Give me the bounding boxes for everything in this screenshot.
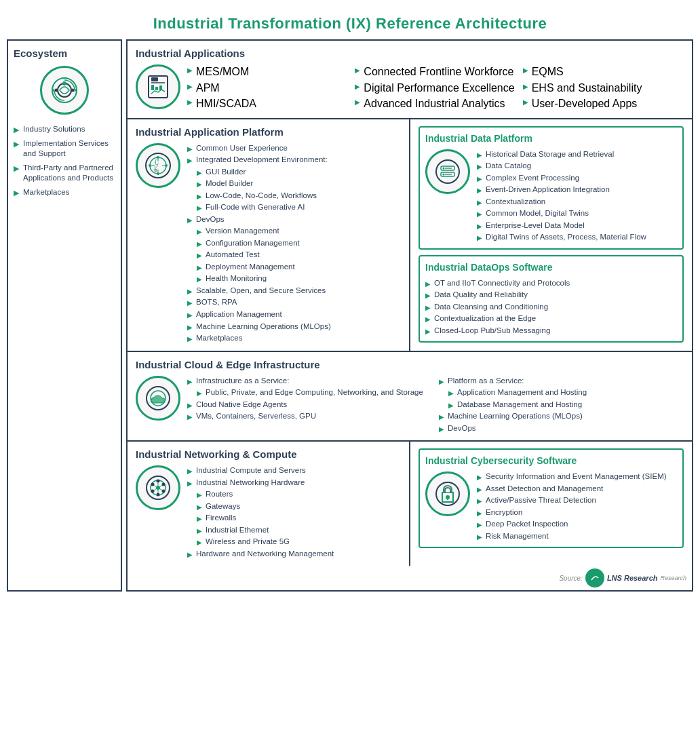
idos-box: Industrial DataOps Software ▶OT and IIoT…	[419, 255, 684, 343]
lns-circle-icon	[585, 568, 604, 587]
list-item: ▶Database Management and Hosting	[448, 400, 684, 410]
svg-point-20	[157, 172, 159, 175]
iap-list: ▶Common User Experience ▶Integrated Deve…	[187, 143, 401, 344]
list-item: ▶Version Management	[197, 226, 401, 237]
list-item: ▶Application Management and Hosting	[448, 387, 684, 398]
sidebar: Ecosystem	[7, 39, 122, 592]
source-label: Source:	[559, 575, 582, 582]
arrow-icon: ▶	[14, 188, 19, 197]
list-item: ▶MES/MOM	[187, 64, 348, 79]
svg-point-44	[151, 483, 155, 486]
sidebar-title: Ecosystem	[14, 47, 115, 59]
inc-title: Industrial Networking & Compute	[136, 448, 401, 460]
list-item: ▶Low-Code, No-Code, Workflows	[197, 191, 401, 201]
lns-logo: Source: LNS Research Research	[559, 568, 686, 587]
svg-rect-11	[155, 87, 158, 90]
svg-text:⚙: ⚙	[154, 168, 157, 172]
svg-point-4	[71, 89, 75, 92]
list-item: ▶Scalable, Open, and Secure Services	[187, 286, 401, 296]
ia-icon	[136, 64, 180, 109]
ice-list-right: ▶Platform as a Service: ▶Application Man…	[439, 376, 684, 434]
list-item: ▶Digital Twins of Assets, Process, Mater…	[477, 232, 677, 243]
industrial-applications-section: Industrial Applications	[128, 41, 692, 119]
sidebar-item-marketplaces: ▶ Marketplaces	[14, 187, 115, 197]
list-item: ▶Infrastructure as a Service:	[187, 376, 432, 387]
list-item: ▶Wireless and Private 5G	[197, 537, 401, 547]
idp-section: Industrial Data Platform	[410, 119, 692, 351]
iap-body: { } / ⚙	[136, 143, 401, 344]
idos-list: ▶OT and IIoT Connectivity and Protocols …	[425, 278, 677, 336]
list-item: ▶Cloud Native Edge Agents	[187, 400, 432, 410]
iap-title: Industrial Application Platform	[136, 126, 401, 138]
svg-point-41	[162, 490, 166, 493]
list-item: ▶Event-Driven Application Integration	[477, 185, 677, 195]
sidebar-icon-area	[14, 66, 115, 115]
list-item: ▶Marketplaces	[187, 333, 401, 344]
svg-point-21	[149, 164, 151, 167]
ice-body: ▶Infrastructure as a Service: ▶Public, P…	[136, 376, 684, 434]
list-item: ▶GUI Builder	[197, 167, 401, 178]
ia-title: Industrial Applications	[136, 47, 684, 59]
svg-point-27	[436, 160, 459, 183]
main-content: Industrial Applications	[126, 39, 693, 592]
inc-ics-split: Industrial Networking & Compute	[128, 442, 692, 566]
iap-idp-split: Industrial Application Platform { } /	[128, 119, 692, 352]
list-item: ▶Hardware and Networking Management	[187, 549, 401, 560]
list-item: ▶VMs, Containers, Serverless, GPU	[187, 411, 432, 422]
list-item: ▶Configuration Management	[197, 238, 401, 249]
svg-line-47	[160, 486, 162, 487]
list-item: ▶APM	[187, 81, 348, 96]
svg-line-49	[155, 486, 157, 487]
ia-col2: ▶Connected Frontline Workforce ▶Digital …	[355, 64, 516, 111]
list-item: ▶Common Model, Digital Twins	[477, 208, 677, 219]
sidebar-item-thirdparty: ▶ Third-Party and Partnered Applications…	[14, 163, 115, 183]
ecosystem-icon	[40, 66, 89, 115]
list-item: ▶DevOps	[187, 214, 401, 225]
ics-title: Industrial Cybersecurity Software	[425, 455, 677, 466]
list-item: ▶Model Builder	[197, 178, 401, 189]
list-item: ▶Machine Learning Operations (MLOps)	[439, 411, 684, 422]
list-item: ▶Platform as a Service:	[439, 376, 684, 387]
inc-list: ▶Industrial Compute and Servers ▶Industr…	[187, 465, 401, 559]
list-item: ▶HMI/SCADA	[187, 96, 348, 111]
ics-box: Industrial Cybersecurity Software	[419, 448, 684, 548]
list-item: ▶Firewalls	[197, 513, 401, 524]
list-item: ▶Routers	[197, 489, 401, 500]
page-title: Industrial Transformation (IX) Reference…	[7, 7, 693, 39]
list-item: ▶Risk Management	[477, 531, 677, 542]
list-item: ▶Automated Test	[197, 250, 401, 260]
inc-section: Industrial Networking & Compute	[128, 442, 410, 566]
list-item: ▶Complex Event Processing	[477, 173, 677, 184]
ice-section: Industrial Cloud & Edge Infrastructure ▶…	[128, 352, 692, 442]
list-item: ▶Deep Packet Inspection	[477, 519, 677, 530]
ics-list: ▶Security Information and Event Manageme…	[477, 471, 677, 541]
idos-title: Industrial DataOps Software	[425, 262, 677, 273]
list-item: ▶Closed-Loop Pub/Sub Messaging	[425, 326, 677, 336]
list-item: ▶BOTS, RPA	[187, 297, 401, 308]
svg-point-2	[62, 81, 66, 85]
list-item: ▶OT and IIoT Connectivity and Protocols	[425, 278, 677, 289]
idp-body: ▶Historical Data Storage and Retrieval ▶…	[425, 149, 677, 243]
list-item: ▶Deployment Management	[197, 262, 401, 273]
ice-list: ▶Infrastructure as a Service: ▶Public, P…	[187, 376, 432, 422]
list-item: ▶Asset Detection and Management	[477, 484, 677, 495]
iap-icon: { } / ⚙	[136, 143, 180, 188]
svg-point-55	[589, 572, 601, 584]
svg-point-19	[165, 164, 168, 167]
research-label: Research	[660, 575, 686, 581]
arrow-icon: ▶	[14, 139, 19, 149]
svg-point-39	[157, 480, 160, 483]
footer: Source: LNS Research Research	[128, 566, 692, 590]
list-item: ▶Application Management	[187, 309, 401, 320]
list-item: ▶Full-Code with Generative AI	[197, 202, 401, 213]
arrow-icon: ▶	[14, 163, 19, 173]
svg-point-18	[157, 156, 159, 159]
list-item: ▶Digital Performance Excellence	[355, 81, 516, 96]
svg-point-30	[443, 167, 445, 169]
list-item: ▶Public, Private, and Edge Computing, Ne…	[197, 387, 432, 398]
list-item: ▶Integrated Development Environment:	[187, 155, 401, 166]
svg-point-42	[157, 493, 160, 497]
sidebar-items: ▶ Industry Solutions ▶ Implementation Se…	[14, 124, 115, 197]
lns-text: LNS Research	[607, 574, 658, 582]
list-item: ▶Industrial Ethernet	[197, 525, 401, 536]
